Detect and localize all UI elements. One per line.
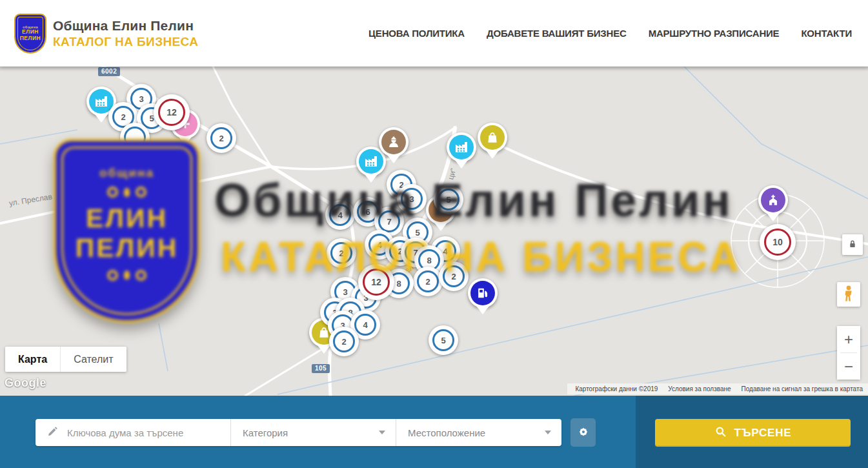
advanced-settings-button[interactable] <box>570 418 596 447</box>
pencil-icon <box>46 425 59 440</box>
cluster-count: 2 <box>330 242 352 264</box>
road-number-badge: 105 <box>312 364 330 373</box>
search-icon <box>714 425 727 440</box>
map-attribution: Картографски данни ©2019 Условия за полз… <box>567 383 868 394</box>
cluster-count: 5 <box>432 329 454 351</box>
cluster-marker[interactable] <box>120 123 150 152</box>
site-title: Община Елин Пелин <box>53 18 198 34</box>
main-nav: ЦЕНОВА ПОЛИТИКАДОБАВЕТЕ ВАШИЯТ БИЗНЕСМАР… <box>368 28 852 39</box>
cluster-count: 5 <box>438 188 459 210</box>
location-select-value: Местоположение <box>408 427 485 438</box>
cluster-count: 4 <box>354 314 376 336</box>
cluster-marker[interactable]: 12 <box>154 94 190 130</box>
cluster-count: 4 <box>329 204 351 226</box>
factory-icon <box>359 149 383 174</box>
keyword-field <box>35 419 230 446</box>
municipality-logo: община ЕЛИН ПЕЛИН <box>14 14 46 54</box>
site-subtitle: КАТАЛОГ НА БИЗНЕСА <box>53 35 198 49</box>
category-select-value: Категория <box>243 427 288 438</box>
cluster-marker[interactable]: 2 <box>207 123 236 153</box>
nav-link[interactable]: ЦЕНОВА ПОЛИТИКА <box>368 28 465 39</box>
road-number-badge: 6002 <box>98 67 120 76</box>
map-pin-church[interactable] <box>758 185 788 215</box>
cluster-count: 2 <box>417 270 439 292</box>
google-logo[interactable]: Google <box>5 376 46 390</box>
category-select[interactable]: Категория <box>230 419 396 446</box>
nav-link[interactable]: МАРШРУТНО РАЗПИСАНИЕ <box>649 28 780 39</box>
terms-of-use-link[interactable]: Условия за ползване <box>668 385 731 392</box>
report-map-error-link[interactable]: Подаване на сигнал за грешка в картата <box>742 385 863 392</box>
cluster-count: 10 <box>764 229 791 256</box>
keyword-input[interactable] <box>67 427 230 438</box>
bag-icon <box>480 125 505 150</box>
cluster-count: 7 <box>378 210 400 232</box>
cluster-count: 3 <box>401 188 423 210</box>
logo-text-line2: ПЕЛИН <box>20 36 41 41</box>
cluster-marker[interactable]: 10 <box>760 224 796 260</box>
gear-icon <box>576 425 590 441</box>
cluster-count: 2 <box>210 127 232 149</box>
cluster-marker[interactable]: 5 <box>429 325 458 355</box>
map-type-map-button[interactable]: Карта <box>5 347 60 372</box>
map-pin-factory[interactable] <box>447 132 476 162</box>
fuel-icon <box>470 281 495 305</box>
chevron-down-icon <box>545 431 551 434</box>
factory-icon <box>449 135 474 159</box>
map-pin-worker[interactable] <box>379 127 409 157</box>
zoom-in-button[interactable]: + <box>837 326 860 352</box>
cluster-marker[interactable]: 3 <box>397 184 427 214</box>
attribution-data-label: Картографски данни ©2019 <box>575 385 658 392</box>
cluster-marker[interactable]: 2 <box>329 327 359 356</box>
page: община ЕЛИН ПЕЛИН Община Елин Пелин КАТА… <box>0 0 868 468</box>
nav-link[interactable]: КОНТАКТИ <box>801 28 852 39</box>
brand-text: Община Елин Пелин КАТАЛОГ НА БИЗНЕСА <box>53 18 198 49</box>
zoom-out-button[interactable]: − <box>837 353 860 380</box>
cluster-marker[interactable]: 12 <box>358 264 394 300</box>
worker-icon <box>381 130 406 154</box>
search-button[interactable]: ТЪРСЕНЕ <box>655 419 851 447</box>
nav-link[interactable]: ДОБАВЕТЕ ВАШИЯТ БИЗНЕС <box>487 28 627 39</box>
chevron-down-icon <box>379 431 385 434</box>
search-button-label: ТЪРСЕНЕ <box>734 427 792 440</box>
cluster-marker[interactable]: 2 <box>413 267 443 296</box>
cluster-marker[interactable]: 4 <box>325 200 355 230</box>
cluster-marker[interactable]: 5 <box>434 185 463 214</box>
cluster-count: 12 <box>158 99 185 126</box>
cluster-count: 12 <box>363 269 390 296</box>
map-type-control: Карта Сателит <box>5 347 126 372</box>
cluster-marker[interactable]: 2 <box>327 238 356 268</box>
zoom-control: + − <box>837 326 860 380</box>
cluster-count: 2 <box>333 331 355 352</box>
church-icon <box>761 188 785 212</box>
lock-button[interactable] <box>842 234 863 255</box>
cluster-count: 2 <box>443 265 465 287</box>
map-pin-fuel[interactable] <box>468 278 498 308</box>
cluster-count <box>124 127 146 148</box>
cluster-marker[interactable]: 2 <box>439 261 469 291</box>
pegman-icon <box>842 285 855 304</box>
map-pin-bag[interactable] <box>478 123 507 152</box>
padlock-icon <box>847 239 858 251</box>
search-input-group: Категория Местоположение <box>35 419 561 446</box>
bottom-search-bar: Категория Местоположение ТЪРСЕНЕ <box>0 396 868 468</box>
location-select[interactable]: Местоположение <box>396 419 561 446</box>
site-brand[interactable]: община ЕЛИН ПЕЛИН Община Елин Пелин КАТА… <box>14 14 198 54</box>
map-type-satellite-button[interactable]: Сателит <box>60 347 126 372</box>
street-view-pegman-button[interactable] <box>837 282 860 307</box>
header: община ЕЛИН ПЕЛИН Община Елин Пелин КАТА… <box>0 0 868 66</box>
map-canvas[interactable]: община ЕЛИН ПЕЛИН Община Елин Пелин КАТА… <box>0 66 868 396</box>
